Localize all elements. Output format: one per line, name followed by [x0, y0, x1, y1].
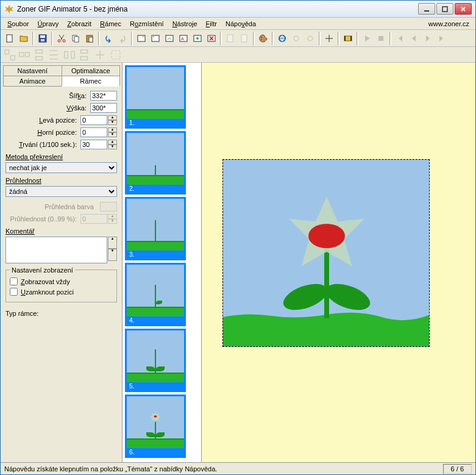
redo-icon[interactable]: [116, 32, 129, 45]
comment-down[interactable]: ▼: [108, 249, 117, 261]
window-title: Zoner GIF Animator 5 - bez jména: [17, 5, 418, 13]
svg-rect-37: [20, 52, 24, 56]
frame-4[interactable]: 4.: [125, 263, 186, 326]
redraw-select[interactable]: nechat jak je: [5, 162, 117, 173]
tab-nastaveni[interactable]: Nastavení: [3, 65, 62, 76]
undo-icon[interactable]: [102, 32, 115, 45]
top-down[interactable]: ▼: [108, 132, 117, 137]
doc1-icon: [224, 32, 237, 45]
frame3-icon[interactable]: [163, 32, 176, 45]
last-icon[interactable]: [435, 32, 449, 45]
always-checkbox[interactable]: [10, 277, 18, 285]
svg-rect-1: [442, 7, 447, 12]
comment-up[interactable]: ▲: [108, 237, 117, 249]
lock-label: Uzamknout pozici: [21, 288, 74, 296]
menu-ramec[interactable]: Rámec: [96, 19, 126, 29]
copy-icon[interactable]: [69, 32, 82, 45]
height-input[interactable]: [90, 103, 117, 113]
ie-icon[interactable]: [275, 32, 289, 45]
frame-del-icon[interactable]: [205, 32, 218, 45]
crop-icon: [109, 48, 123, 62]
left-input[interactable]: [80, 115, 107, 125]
left-label: Levá pozice:: [5, 116, 80, 124]
minimize-button[interactable]: [418, 3, 435, 15]
menu-filtr[interactable]: Filtr: [202, 19, 221, 29]
frame5-icon[interactable]: [191, 32, 204, 45]
frame2-icon[interactable]: [149, 32, 162, 45]
frametype-label: Typ rámce:: [5, 310, 117, 317]
menu-napoveda[interactable]: Nápověda: [221, 19, 260, 29]
svg-point-14: [143, 35, 144, 37]
pct-down: ▼: [108, 219, 117, 224]
trans-color-button: [100, 202, 117, 212]
stop-icon[interactable]: [374, 32, 388, 45]
spread2-icon: [77, 48, 91, 62]
trans-select[interactable]: žádná: [5, 186, 117, 197]
menu-soubor[interactable]: Soubor: [3, 19, 33, 29]
left-up[interactable]: ▲: [108, 115, 117, 120]
url-link[interactable]: www.zoner.cz: [428, 20, 473, 27]
width-input[interactable]: [90, 91, 117, 101]
cut-icon[interactable]: [55, 32, 68, 45]
top-input[interactable]: [80, 127, 107, 137]
svg-rect-42: [71, 51, 75, 58]
frame1-icon[interactable]: [135, 32, 148, 45]
tab-animace[interactable]: Animace: [3, 76, 62, 87]
menu-zobrazit[interactable]: Zobrazit: [63, 19, 96, 29]
canvas-frame[interactable]: [222, 159, 430, 347]
comment-textarea[interactable]: [5, 237, 107, 263]
svg-rect-43: [81, 49, 88, 53]
redraw-label: Metoda překreslení: [5, 153, 117, 160]
movie-icon[interactable]: [341, 32, 355, 45]
svg-point-16: [153, 35, 155, 37]
svg-rect-12: [89, 37, 93, 42]
frame4-icon[interactable]: A: [177, 32, 190, 45]
gear2-icon: [304, 32, 317, 45]
play-icon[interactable]: [360, 32, 374, 45]
tab-optimalizace[interactable]: Optimalizace: [62, 65, 121, 76]
svg-point-51: [308, 224, 345, 248]
svg-rect-4: [40, 35, 45, 38]
prev-icon[interactable]: [407, 32, 421, 45]
svg-point-29: [294, 36, 299, 41]
menu-rozmisteni[interactable]: Rozmístění: [126, 19, 168, 29]
frame-3[interactable]: 3.: [125, 197, 186, 260]
frame-5[interactable]: 5.: [125, 329, 186, 392]
first-icon[interactable]: [393, 32, 407, 45]
frame-6[interactable]: 6.: [125, 395, 186, 458]
open-icon[interactable]: [17, 32, 30, 45]
svg-rect-44: [81, 56, 88, 60]
svg-rect-35: [5, 49, 9, 54]
dur-up[interactable]: ▲: [108, 140, 117, 145]
always-label: Zobrazovat vždy: [21, 278, 70, 285]
svg-rect-40: [36, 56, 43, 60]
align1-icon: [3, 48, 16, 62]
svg-point-25: [261, 37, 262, 38]
duration-input[interactable]: [80, 140, 107, 149]
close-button[interactable]: [455, 3, 472, 15]
top-up[interactable]: ▲: [108, 127, 117, 132]
crosshair-icon[interactable]: [322, 32, 336, 45]
tab-ramec[interactable]: Rámec: [62, 76, 121, 87]
dur-down[interactable]: ▼: [108, 145, 117, 149]
align2-icon: [18, 48, 31, 62]
svg-rect-33: [350, 36, 352, 41]
duration-label: Trvání (1/100 sek.):: [5, 141, 80, 148]
save-icon[interactable]: [36, 32, 49, 45]
canvas-area[interactable]: [202, 63, 475, 462]
svg-rect-36: [10, 55, 15, 60]
maximize-button[interactable]: [436, 3, 453, 15]
lock-checkbox[interactable]: [10, 288, 18, 296]
frame-2[interactable]: 2.: [125, 131, 186, 195]
paste-icon[interactable]: [83, 32, 96, 45]
palette-icon[interactable]: [257, 32, 270, 45]
new-icon[interactable]: [3, 32, 16, 45]
menu-nastroje[interactable]: Nástroje: [168, 19, 202, 29]
menu-upravy[interactable]: Úpravy: [33, 19, 63, 29]
frame-1[interactable]: 1.: [125, 65, 186, 129]
trans-pct-input: [80, 214, 107, 224]
svg-rect-38: [25, 52, 29, 56]
frame-list[interactable]: 1. 2. 3. 4. 5. 6.: [123, 63, 202, 462]
left-down[interactable]: ▼: [108, 120, 117, 125]
next-icon[interactable]: [421, 32, 435, 45]
